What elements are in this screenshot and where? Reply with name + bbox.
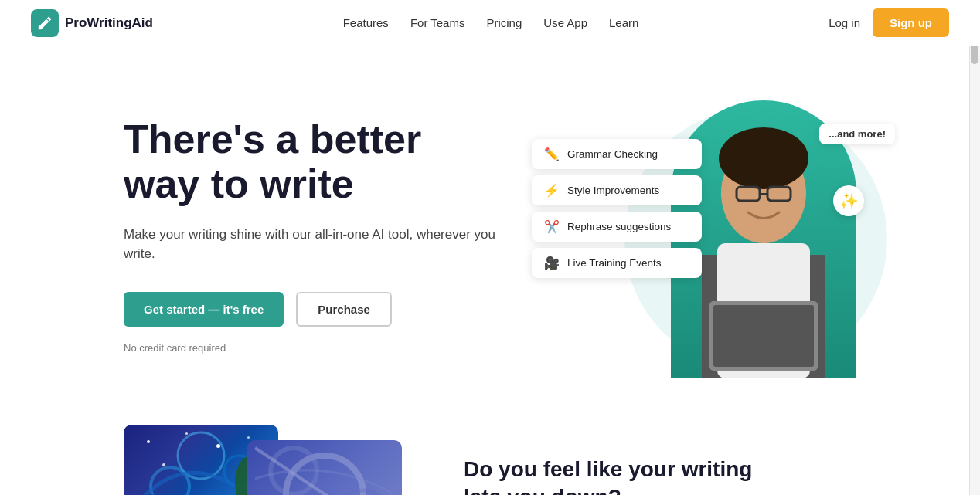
grammar-label: Grammar Checking [567, 148, 658, 160]
no-credit-card-text: No credit card required [124, 342, 526, 354]
feature-cards: ✏️ Grammar Checking ⚡ Style Improvements… [532, 139, 702, 278]
feature-card-grammar: ✏️ Grammar Checking [532, 139, 702, 169]
swirl-image [247, 440, 402, 495]
nav-pricing[interactable]: Pricing [486, 16, 522, 29]
rephrase-icon: ✂️ [544, 219, 560, 234]
nav-links: Features For Teams Pricing Use App Learn [343, 16, 639, 29]
get-started-button[interactable]: Get started — it's free [124, 292, 284, 327]
feature-card-training: 🎥 Live Training Events [532, 248, 702, 278]
nav-for-teams[interactable]: For Teams [410, 16, 465, 29]
hero-title: There's a better way to write [124, 117, 526, 205]
bottom-images: My idea in my head [124, 425, 402, 495]
grammar-icon: ✏️ [544, 147, 560, 161]
hero-section: There's a better way to write Make your … [0, 46, 980, 425]
training-icon: 🎥 [544, 256, 560, 270]
nav-actions: Log in Sign up [829, 8, 949, 37]
hero-subtitle: Make your writing shine with our all-in-… [124, 225, 526, 264]
scrollbar-track[interactable] [969, 0, 980, 495]
style-icon: ⚡ [544, 183, 560, 198]
feature-card-rephrase: ✂️ Rephrase suggestions [532, 212, 702, 242]
hero-illustration: ...and more! ✨ [532, 93, 903, 378]
nav-use-app[interactable]: Use App [543, 16, 587, 29]
logo-svg [36, 15, 53, 32]
hero-buttons: Get started — it's free Purchase [124, 292, 526, 327]
and-more-badge: ...and more! [819, 124, 895, 144]
nav-features[interactable]: Features [343, 16, 389, 29]
nav-learn[interactable]: Learn [609, 16, 638, 29]
training-label: Live Training Events [567, 257, 662, 269]
svg-rect-8 [713, 305, 814, 367]
bottom-section: My idea in my head Do you feel like your… [0, 425, 980, 495]
logo-text: ProWritingAid [65, 15, 153, 31]
navbar: ProWritingAid Features For Teams Pricing… [0, 0, 980, 46]
svg-point-2 [719, 127, 808, 189]
hero-left: There's a better way to write Make your … [124, 117, 526, 353]
login-link[interactable]: Log in [829, 16, 860, 29]
star-badge: ✨ [833, 185, 864, 216]
bottom-title: Do you feel like your writing lets you d… [464, 456, 757, 495]
feature-card-style: ⚡ Style Improvements [532, 175, 702, 205]
purchase-button[interactable]: Purchase [296, 292, 392, 327]
svg-point-10 [151, 467, 189, 495]
rephrase-label: Rephrase suggestions [567, 221, 671, 232]
logo-icon [31, 9, 59, 37]
logo-link[interactable]: ProWritingAid [31, 9, 153, 37]
bottom-text: Do you feel like your writing lets you d… [464, 425, 757, 495]
signup-button[interactable]: Sign up [873, 8, 949, 37]
style-label: Style Improvements [567, 185, 659, 196]
